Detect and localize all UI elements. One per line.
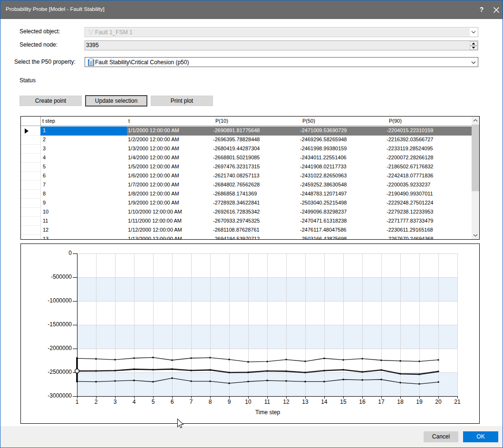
svg-text:1: 1 bbox=[76, 399, 79, 405]
svg-text:12: 12 bbox=[283, 399, 290, 405]
svg-text:-2000000: -2000000 bbox=[48, 345, 72, 351]
svg-text:-1000000: -1000000 bbox=[48, 297, 72, 304]
svg-text:-3000000: -3000000 bbox=[48, 392, 72, 399]
svg-text:15: 15 bbox=[340, 399, 347, 405]
svg-text:Time step: Time step bbox=[255, 409, 281, 416]
svg-text:-500000: -500000 bbox=[51, 273, 72, 280]
svg-text:5: 5 bbox=[152, 399, 155, 405]
svg-text:4: 4 bbox=[133, 399, 136, 405]
svg-text:11: 11 bbox=[264, 399, 271, 405]
svg-text:13: 13 bbox=[302, 399, 309, 405]
svg-text:-2500000: -2500000 bbox=[48, 369, 72, 375]
svg-text:6: 6 bbox=[171, 399, 174, 405]
svg-text:7: 7 bbox=[190, 399, 193, 405]
svg-text:8: 8 bbox=[209, 399, 212, 405]
svg-text:16: 16 bbox=[359, 399, 366, 405]
svg-text:10: 10 bbox=[245, 399, 252, 405]
svg-text:17: 17 bbox=[378, 399, 385, 405]
svg-text:2: 2 bbox=[95, 399, 98, 405]
svg-text:20: 20 bbox=[435, 399, 442, 405]
svg-text:0: 0 bbox=[68, 250, 72, 256]
svg-text:9: 9 bbox=[228, 399, 231, 405]
svg-text:18: 18 bbox=[397, 399, 404, 405]
svg-text:14: 14 bbox=[321, 399, 328, 405]
svg-text:21: 21 bbox=[454, 399, 461, 405]
svg-text:-1500000: -1500000 bbox=[48, 321, 72, 328]
svg-text:19: 19 bbox=[416, 399, 423, 405]
svg-text:3: 3 bbox=[114, 399, 117, 405]
